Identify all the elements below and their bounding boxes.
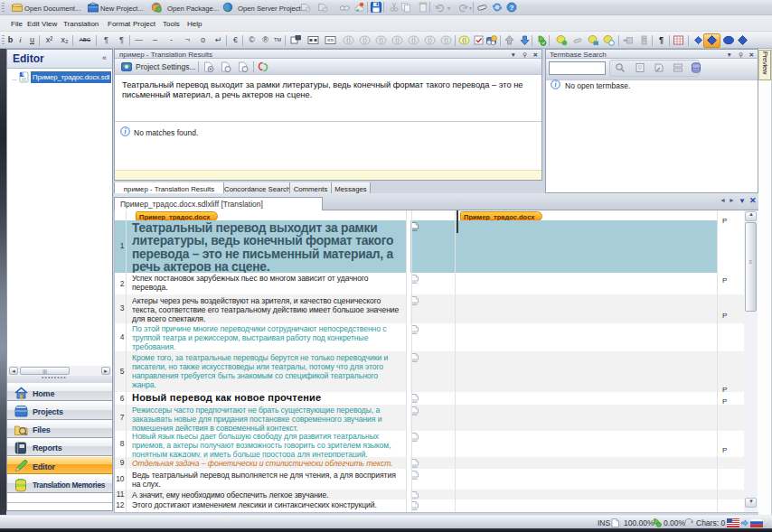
svg-text:«»: «»	[327, 37, 334, 43]
svg-text:⟨⟩: ⟨⟩	[346, 37, 351, 43]
svg-text:⟨⟩: ⟨⟩	[411, 37, 416, 43]
svg-text:?: ?	[510, 4, 514, 12]
svg-text:⟨⟩: ⟨⟩	[362, 37, 367, 43]
svg-text:⟨⟩: ⟨⟩	[428, 37, 432, 43]
svg-text:⟨⟩: ⟨⟩	[379, 37, 383, 43]
svg-text:⟨⟩: ⟨⟩	[444, 37, 448, 43]
svg-text:W: W	[22, 72, 26, 77]
svg-text:⟨⟩: ⟨⟩	[462, 37, 466, 43]
svg-text:⟨⟩: ⟨⟩	[395, 37, 400, 43]
